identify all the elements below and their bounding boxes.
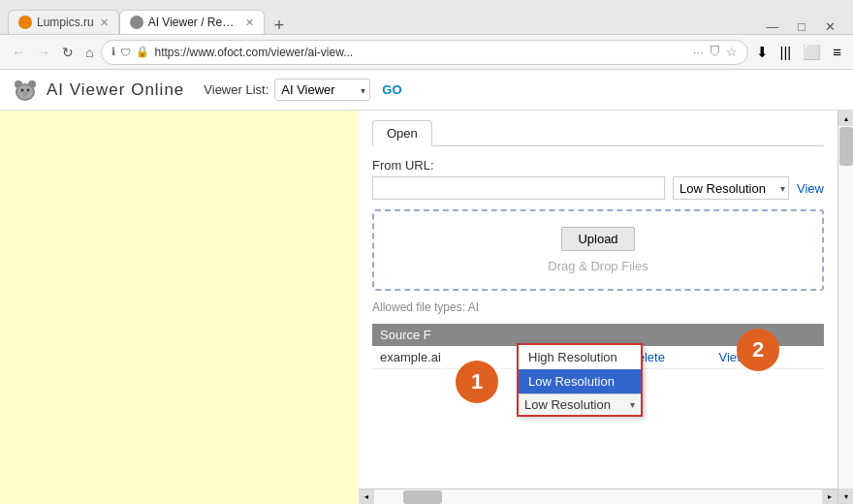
app-logo: AI Viewer Online <box>12 77 184 104</box>
minimize-button[interactable]: — <box>756 19 788 34</box>
h-scroll-track <box>374 489 822 504</box>
bear-icon <box>12 77 39 104</box>
from-url-label: From URL: <box>372 158 824 173</box>
dropdown-arrow-icon: ▾ <box>630 399 635 410</box>
main-content: Open From URL: Low Resolution High Resol… <box>0 110 853 504</box>
v-scroll-thumb[interactable] <box>839 127 853 166</box>
svg-point-4 <box>21 88 24 91</box>
address-input[interactable]: ℹ 🛡 🔒 https://www.ofoct.com/viewer/ai-vi… <box>101 40 747 65</box>
drag-drop-text: Drag & Drop Files <box>548 259 648 273</box>
resolution-select-top[interactable]: Low Resolution High Resolution <box>673 176 789 200</box>
tab-favicon-lumpics <box>18 16 32 29</box>
h-scroll-thumb[interactable] <box>403 490 442 504</box>
reading-list-icon[interactable]: ||| <box>776 42 796 62</box>
content-tab-nav: Open <box>372 120 824 146</box>
dropdown-footer-text: Low Resolution <box>524 397 630 412</box>
app-title: AI Viewer Online <box>47 80 184 100</box>
svg-point-5 <box>27 88 30 91</box>
browser-window: Lumpics.ru ✕ AI Viewer / Reader Online &… <box>0 0 853 504</box>
from-url-section: From URL: Low Resolution High Resolution… <box>372 158 824 200</box>
tab-lumpics[interactable]: Lumpics.ru ✕ <box>8 10 119 34</box>
go-button[interactable]: GO <box>376 80 407 99</box>
tab-label-lumpics: Lumpics.ru <box>37 16 94 29</box>
maximize-button[interactable]: □ <box>788 19 815 34</box>
tab-bar: Lumpics.ru ✕ AI Viewer / Reader Online &… <box>0 0 853 35</box>
new-tab-button[interactable]: + <box>270 16 289 34</box>
url-row: Low Resolution High Resolution View <box>372 176 824 200</box>
h-scroll-right[interactable]: ▸ <box>822 489 837 505</box>
v-scroll-up[interactable]: ▴ <box>838 110 854 126</box>
tab-open[interactable]: Open <box>372 120 432 146</box>
dropdown-item-high[interactable]: High Resolution <box>519 345 641 369</box>
view-button-top[interactable]: View <box>797 181 824 196</box>
h-scrollbar: ◂ ▸ <box>359 488 837 504</box>
forward-button[interactable]: → <box>33 43 54 62</box>
tab-aiviewer[interactable]: AI Viewer / Reader Online & Fr... ✕ <box>119 10 265 34</box>
view-button-row[interactable]: View <box>718 350 745 364</box>
tab-label-aiviewer: AI Viewer / Reader Online & Fr... <box>148 16 239 29</box>
upload-zone[interactable]: Upload Drag & Drop Files <box>372 209 824 291</box>
dropdown-footer: Low Resolution ▾ <box>519 394 641 415</box>
address-text: https://www.ofoct.com/viewer/ai-view... <box>154 46 683 59</box>
allowed-types-text: Allowed file types: AI <box>372 300 824 314</box>
tab-close-aiviewer[interactable]: ✕ <box>245 16 254 29</box>
download-icon[interactable]: ⬇ <box>752 42 773 63</box>
v-scroll-down[interactable]: ▾ <box>838 488 854 504</box>
right-panel: Open From URL: Low Resolution High Resol… <box>359 110 837 504</box>
home-button[interactable]: ⌂ <box>81 43 97 62</box>
tab-close-lumpics[interactable]: ✕ <box>100 16 109 29</box>
dropdown-item-low[interactable]: Low Resolution <box>519 369 641 394</box>
menu-icon[interactable]: ≡ <box>829 42 845 62</box>
viewer-list-label: Viewer List: <box>204 82 269 97</box>
back-button[interactable]: ← <box>8 43 29 62</box>
v-scroll-track <box>838 126 853 488</box>
left-panel <box>0 110 359 504</box>
app-bar: AI Viewer Online Viewer List: AI Viewer … <box>0 70 853 110</box>
viewer-list-section: Viewer List: AI Viewer PDF Viewer SVG Vi… <box>204 79 407 101</box>
v-scrollbar: ▴ ▾ <box>837 110 853 504</box>
svg-point-6 <box>22 92 28 96</box>
viewer-select[interactable]: AI Viewer PDF Viewer SVG Viewer <box>274 79 370 101</box>
address-bar: ← → ↻ ⌂ ℹ 🛡 🔒 https://www.ofoct.com/view… <box>0 35 853 70</box>
content-area: Open From URL: Low Resolution High Resol… <box>359 110 837 488</box>
resolution-select-wrapper: Low Resolution High Resolution <box>673 176 789 200</box>
tab-favicon-aiviewer <box>130 16 143 29</box>
split-view-icon[interactable]: ⬜ <box>799 42 825 63</box>
dropdown-popup[interactable]: High Resolution Low Resolution Low Resol… <box>517 343 643 417</box>
col-view <box>711 324 824 346</box>
h-scroll-left[interactable]: ◂ <box>359 489 374 505</box>
close-button[interactable]: ✕ <box>815 19 845 34</box>
viewer-select-wrapper: AI Viewer PDF Viewer SVG Viewer <box>274 79 370 101</box>
upload-button[interactable]: Upload <box>561 227 634 251</box>
reload-button[interactable]: ↻ <box>58 43 78 62</box>
url-input[interactable] <box>372 176 665 200</box>
